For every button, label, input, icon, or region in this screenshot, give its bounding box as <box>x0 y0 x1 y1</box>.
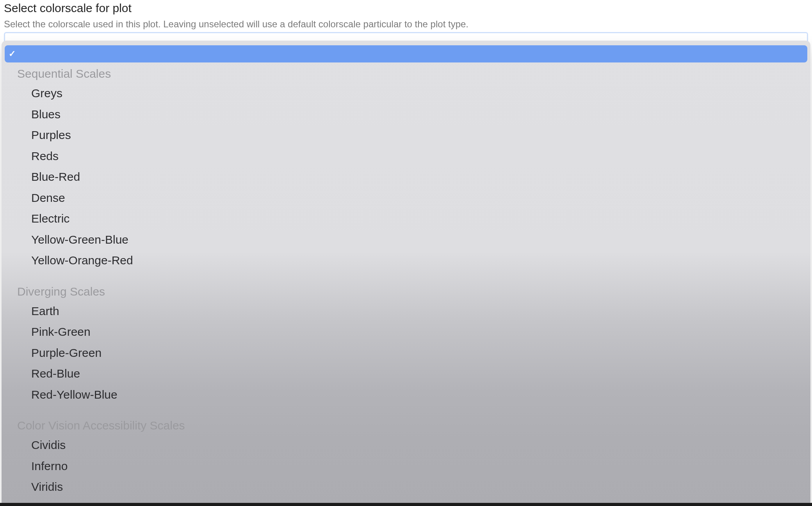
option-earth[interactable]: Earth <box>5 301 807 322</box>
option-purple-green[interactable]: Purple-Green <box>5 342 807 363</box>
option-viridis[interactable]: Viridis <box>5 476 807 497</box>
select-wrapper: ✓ Sequential Scales Greys Blues Purples … <box>4 32 808 44</box>
field-label: Select colorscale for plot <box>4 2 808 15</box>
dropdown-group-label-accessibility: Color Vision Accessibility Scales <box>5 412 807 435</box>
dropdown-group-label-diverging: Diverging Scales <box>5 278 807 301</box>
option-reds[interactable]: Reds <box>5 146 807 167</box>
check-icon: ✓ <box>9 49 16 59</box>
option-inferno[interactable]: Inferno <box>5 456 807 477</box>
option-greys[interactable]: Greys <box>5 83 807 104</box>
dropdown-selected-option[interactable]: ✓ <box>5 45 807 62</box>
form-container: Select colorscale for plot Select the co… <box>0 0 812 506</box>
option-cividis[interactable]: Cividis <box>5 435 807 456</box>
option-blue-red[interactable]: Blue-Red <box>5 166 807 187</box>
group-spacer <box>5 405 807 412</box>
dropdown-group-label-sequential: Sequential Scales <box>5 64 807 83</box>
option-yellow-orange-red[interactable]: Yellow-Orange-Red <box>5 250 807 271</box>
group-spacer <box>5 271 807 278</box>
option-yellow-green-blue[interactable]: Yellow-Green-Blue <box>5 229 807 250</box>
option-purples[interactable]: Purples <box>5 125 807 146</box>
option-blues[interactable]: Blues <box>5 104 807 125</box>
colorscale-dropdown[interactable]: ✓ Sequential Scales Greys Blues Purples … <box>2 41 810 506</box>
option-dense[interactable]: Dense <box>5 187 807 208</box>
option-red-yellow-blue[interactable]: Red-Yellow-Blue <box>5 384 807 405</box>
field-description: Select the colorscale used in this plot.… <box>4 19 808 30</box>
option-electric[interactable]: Electric <box>5 208 807 229</box>
option-pink-green[interactable]: Pink-Green <box>5 321 807 342</box>
option-red-blue[interactable]: Red-Blue <box>5 363 807 384</box>
window-bottom-edge <box>0 503 812 506</box>
